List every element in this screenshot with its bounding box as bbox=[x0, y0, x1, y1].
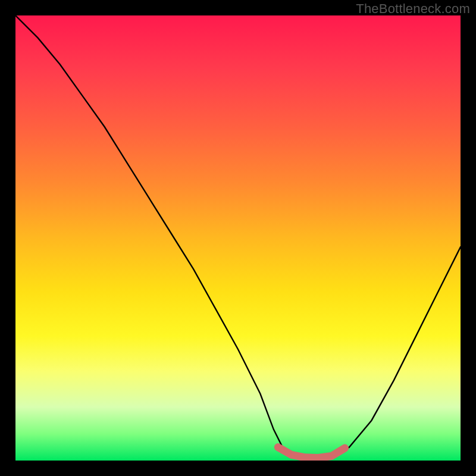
chart-frame: TheBottleneck.com bbox=[0, 0, 476, 476]
plot-area bbox=[15, 15, 461, 461]
chart-svg bbox=[15, 15, 461, 461]
optimal-band bbox=[278, 447, 345, 458]
watermark-text: TheBottleneck.com bbox=[356, 1, 470, 17]
curve-line bbox=[15, 15, 461, 458]
